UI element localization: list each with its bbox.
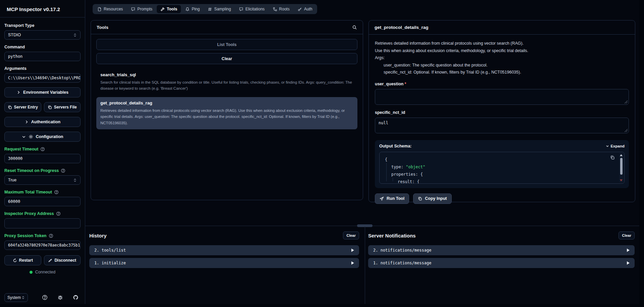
copy-icon [418, 196, 422, 201]
github-icon[interactable] [73, 295, 79, 300]
restart-label: Restart [19, 258, 33, 263]
disconnect-label: Disconnect [54, 258, 76, 263]
request-timeout-input[interactable]: 300000 [4, 154, 81, 163]
page-scrollbar-horizontal[interactable] [0, 304, 644, 307]
reset-timeout-select[interactable]: True [4, 175, 81, 185]
chevron-updown-icon [73, 33, 77, 37]
message-icon [239, 7, 243, 11]
expand-arrow-icon [627, 249, 630, 252]
run-tool-button[interactable]: Run Tool [375, 193, 409, 204]
help-icon[interactable] [54, 190, 59, 194]
proxy-address-input[interactable] [4, 218, 81, 228]
max-timeout-label: Maximum Total Timeout [4, 190, 81, 194]
copy-icon [48, 105, 52, 109]
server-entry-button[interactable]: Server Entry [4, 102, 41, 112]
scroll-up-arrow[interactable] [620, 154, 623, 156]
configuration-label: Configuration [36, 134, 63, 139]
restart-icon [13, 258, 17, 263]
search-icon[interactable] [352, 25, 357, 30]
required-asterisk: * [404, 82, 406, 86]
copy-input-button[interactable]: Copy Input [413, 193, 451, 204]
environment-variables-label: Environment Variables [23, 90, 68, 95]
clear-tools-button[interactable]: Clear [96, 53, 357, 64]
expand-schema-button[interactable]: Expand [606, 144, 625, 148]
hash-icon [208, 7, 212, 11]
expand-arrow-icon [351, 261, 354, 265]
unplug-icon [48, 258, 52, 263]
tab-ping[interactable]: Ping [182, 5, 203, 13]
tab-resources[interactable]: Resources [94, 5, 127, 13]
resize-handle[interactable] [625, 100, 628, 103]
reset-timeout-label: Reset Timeout on Progress [4, 168, 81, 173]
chevron-right-icon [24, 120, 29, 124]
expand-arrow-icon [351, 249, 354, 252]
gear-icon [29, 134, 33, 139]
chevron-updown-icon [21, 296, 25, 299]
theme-select[interactable]: System [4, 293, 28, 302]
server-entry-label: Server Entry [14, 105, 38, 109]
authentication-button[interactable]: Authentication [4, 117, 81, 127]
chevron-down-icon [606, 144, 609, 148]
clear-history-button[interactable]: Clear [343, 231, 359, 239]
help-icon[interactable] [61, 168, 65, 173]
configuration-button[interactable]: Configuration [4, 132, 81, 142]
authentication-label: Authentication [31, 120, 61, 124]
tool-item-get-protocol-details-rag[interactable]: get_protocol_details_rag Retrieves detai… [96, 97, 357, 129]
resize-handle[interactable] [625, 129, 628, 132]
tools-panel: Tools List Tools Clear search_trials_sql… [91, 20, 363, 200]
help-icon[interactable] [40, 147, 45, 151]
request-timeout-label: Request Timeout [4, 147, 81, 151]
user-question-field[interactable] [375, 89, 629, 105]
servers-file-button[interactable]: Servers File [44, 102, 81, 112]
tab-sampling[interactable]: Sampling [204, 5, 235, 13]
message-icon [131, 7, 135, 11]
arguments-value: C:\\Users\\34694\\Desktop\\PROYECT [8, 76, 81, 80]
sidebar: MCP Inspector v0.17.2 Transport Type STD… [0, 0, 85, 304]
session-token-input[interactable]: 604fa324b7802970e78aec8abc375b15e7 [4, 240, 81, 250]
history-item-initialize[interactable]: 1. initialize [89, 258, 359, 268]
tab-tools[interactable]: Tools [157, 5, 181, 13]
command-input[interactable]: python [4, 52, 81, 61]
list-tools-button[interactable]: List Tools [96, 39, 357, 50]
notification-item[interactable]: 1. notifications/message [368, 258, 635, 268]
output-schema-card: Output Schema: Expand { type: "object" p… [375, 140, 629, 188]
arguments-input[interactable]: C:\\Users\\34694\\Desktop\\PROYECT [4, 73, 81, 83]
expand-arrow-icon [627, 261, 630, 265]
help-icon[interactable] [56, 211, 61, 216]
schema-scrollbar[interactable] [619, 153, 623, 182]
server-notifications-panel: Server Notifications Clear 2. notificati… [365, 226, 639, 271]
history-item-tools-list[interactable]: 2. tools/list [89, 245, 359, 255]
tab-prompts[interactable]: Prompts [127, 5, 156, 13]
transport-type-value: STDIO [8, 33, 21, 37]
tab-auth[interactable]: Auth [294, 5, 316, 13]
clear-notifications-button[interactable]: Clear [618, 231, 635, 239]
tab-elicitations[interactable]: Elicitations [235, 5, 268, 13]
arguments-label: Arguments [4, 66, 81, 71]
copy-icon [8, 105, 12, 109]
scroll-thumb[interactable] [620, 158, 623, 175]
bug-icon[interactable] [57, 295, 63, 300]
help-icon[interactable] [49, 233, 53, 238]
user-question-label: user_question* [375, 82, 629, 86]
connection-status: Connected [4, 270, 81, 274]
main-tabbar: Resources Prompts Tools Ping Sampling El… [93, 4, 317, 14]
specific-nct-id-field[interactable]: null [375, 118, 629, 133]
help-icon[interactable] [42, 295, 48, 300]
max-timeout-input[interactable]: 60000 [4, 197, 81, 206]
chevron-down-icon [22, 135, 26, 139]
disconnect-button[interactable]: Disconnect [44, 255, 81, 265]
copy-schema-icon[interactable] [610, 155, 615, 160]
schema-code-viewer[interactable]: { type: "object" properties: { result: {… [379, 152, 625, 184]
tree-icon [273, 7, 277, 11]
restart-button[interactable]: Restart [4, 255, 41, 265]
transport-type-select[interactable]: STDIO [4, 30, 81, 40]
environment-variables-button[interactable]: Environment Variables [4, 87, 81, 97]
page-scrollbar-vertical[interactable] [639, 0, 644, 307]
scroll-down-arrow[interactable] [620, 179, 623, 181]
notifications-title: Server Notifications [368, 233, 416, 238]
bell-icon [185, 7, 190, 11]
notification-item[interactable]: 2. notifications/message [368, 245, 635, 255]
specific-nct-id-label: specific_nct_id [375, 110, 629, 115]
tab-roots[interactable]: Roots [269, 5, 293, 13]
tool-item-search-trials-sql[interactable]: search_trials_sql Search for clinical tr… [96, 72, 357, 92]
